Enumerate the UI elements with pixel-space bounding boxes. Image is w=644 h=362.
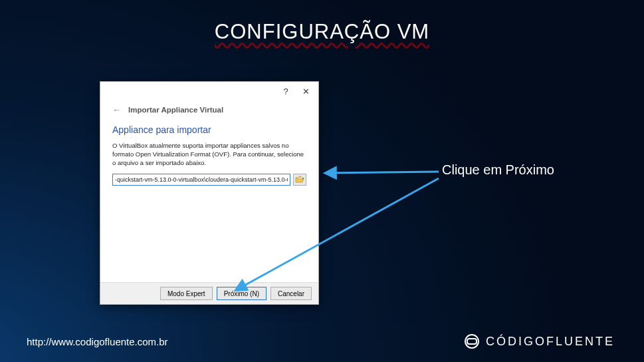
dialog-titlebar: ? ✕: [100, 82, 318, 100]
dialog-header-text: Importar Appliance Virtual: [128, 106, 223, 114]
folder-open-icon: [295, 176, 304, 184]
close-button[interactable]: ✕: [296, 83, 316, 99]
file-row: [112, 174, 306, 186]
logo-icon: [465, 334, 479, 349]
cancel-button[interactable]: Cancelar: [270, 287, 312, 300]
svg-line-0: [326, 172, 439, 173]
dialog-header: ← Importar Appliance Virtual: [112, 104, 306, 115]
dialog-description: O VirtualBox atualmente suporta importar…: [112, 142, 306, 167]
slide-title: CONFIGURAÇÃO VM: [0, 20, 644, 44]
footer-logo: CÓDIGOFLUENTE: [465, 334, 615, 349]
annotation-arrows: [0, 0, 644, 362]
import-appliance-dialog: ? ✕ ← Importar Appliance Virtual Applian…: [100, 81, 319, 305]
footer-url: http://www.codigofluente.com.br: [27, 336, 168, 347]
dialog-subtitle: Appliance para importar: [112, 124, 306, 135]
file-path-input[interactable]: [112, 174, 290, 186]
dialog-button-bar: Modo Expert Próximo (N) Cancelar: [100, 282, 318, 304]
annotation-label: Clique em Próximo: [442, 162, 554, 178]
logo-text: CÓDIGOFLUENTE: [486, 335, 615, 349]
browse-button[interactable]: [293, 174, 306, 186]
expert-mode-button[interactable]: Modo Expert: [160, 287, 213, 300]
back-icon[interactable]: ←: [112, 104, 122, 115]
next-button[interactable]: Próximo (N): [217, 287, 267, 300]
dialog-content: ← Importar Appliance Virtual Appliance p…: [100, 100, 318, 282]
help-button[interactable]: ?: [276, 83, 296, 99]
